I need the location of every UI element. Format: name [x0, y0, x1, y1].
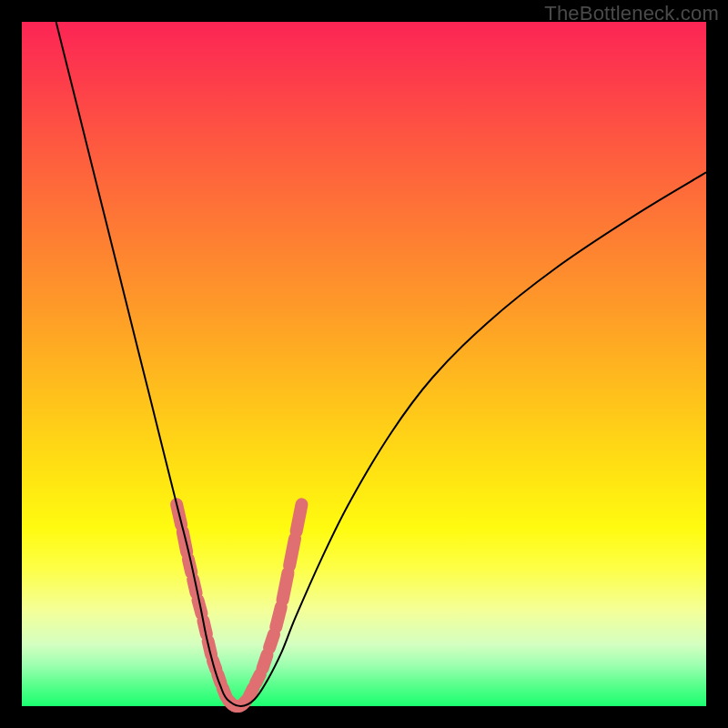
marker-segment [263, 655, 268, 669]
marker-segment [249, 688, 254, 697]
watermark-text: TheBottleneck.com [544, 2, 719, 25]
marker-segment [297, 504, 302, 531]
bottleneck-curve [56, 22, 706, 706]
marker-layer [177, 504, 301, 706]
marker-segment [269, 634, 274, 648]
marker-segment [276, 607, 281, 627]
marker-segment [289, 539, 295, 566]
marker-segment [256, 674, 260, 683]
marker-segment [283, 573, 288, 601]
curve-svg [22, 22, 706, 706]
plot-area [22, 22, 706, 706]
outer-frame: TheBottleneck.com [0, 0, 728, 728]
